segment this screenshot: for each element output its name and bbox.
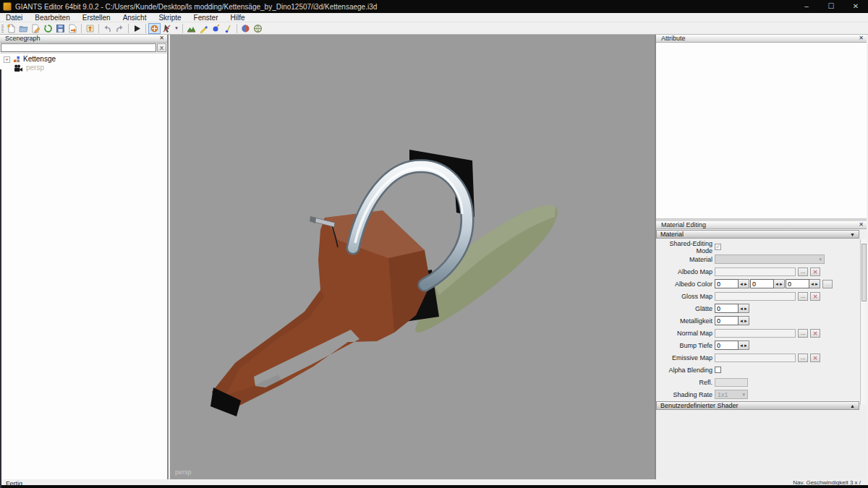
albedo-color-r-input[interactable] [715, 279, 739, 288]
spinner-icon[interactable]: ◄► [739, 304, 749, 313]
menu-bearbeiten[interactable]: Bearbeiten [35, 13, 69, 22]
play-button[interactable] [131, 23, 143, 34]
viewport-3d[interactable]: persp [170, 35, 655, 479]
material-scrollbar[interactable] [860, 239, 867, 405]
close-button[interactable]: ✕ [843, 0, 868, 13]
maximize-button[interactable]: ☐ [819, 0, 843, 13]
normal-map-remove-button[interactable]: ✕ [810, 329, 820, 338]
spinner-icon[interactable]: ◄► [739, 316, 749, 325]
spinner-icon[interactable]: ◄► [739, 279, 749, 288]
menu-skripte[interactable]: Skripte [158, 13, 181, 22]
emissive-map-remove-button[interactable]: ✕ [810, 354, 820, 362]
redo-button[interactable] [114, 23, 126, 34]
redo-icon [115, 24, 124, 33]
tree-row-persp[interactable]: persp [0, 64, 167, 72]
spinner-icon[interactable]: ◄► [739, 341, 749, 350]
chainsaw-model [170, 35, 655, 479]
emissive-map-input[interactable] [715, 354, 796, 362]
gloss-map-remove-button[interactable]: ✕ [810, 292, 820, 301]
new-file-icon [7, 24, 16, 33]
shading-rate-select[interactable]: 1x1 ▾ [715, 390, 748, 399]
metalligkeit-input[interactable] [715, 316, 739, 325]
selection-tool-dropdown[interactable]: ▾ [173, 23, 180, 34]
shared-editing-checkbox[interactable]: ✓ [715, 244, 721, 250]
terrain-paint-button[interactable] [197, 23, 210, 34]
attribute-body [656, 43, 867, 219]
albedo-map-remove-button[interactable]: ✕ [810, 267, 820, 276]
undo-button[interactable] [101, 23, 114, 34]
render-settings-button[interactable] [239, 23, 252, 34]
publish-button[interactable] [84, 23, 96, 34]
selection-tool-button[interactable] [161, 23, 173, 34]
tree-row-kettensaege[interactable]: + Kettensge [0, 55, 167, 64]
albedo-color-row: Albedo Color ◄► ◄► ◄► ... [656, 278, 867, 290]
minimize-button[interactable]: – [794, 0, 819, 13]
terrain-detail-button[interactable] [222, 23, 234, 34]
albedo-map-browse-button[interactable]: ... [798, 267, 808, 276]
glaette-input[interactable] [715, 304, 739, 313]
material-editing-close-icon[interactable]: ✕ [859, 221, 864, 228]
albedo-color-b-input[interactable] [786, 279, 809, 288]
emissive-map-browse-button[interactable]: ... [798, 354, 808, 362]
scenegraph-clear-button[interactable]: X [157, 43, 166, 52]
attribute-header: Attribute ✕ [656, 35, 867, 43]
export-file-icon [68, 24, 77, 33]
gloss-map-browse-button[interactable]: ... [798, 292, 808, 301]
normal-map-browse-button[interactable]: ... [798, 329, 808, 338]
menu-ansicht[interactable]: Ansicht [123, 13, 147, 22]
main-area: Scenegraph ✕ X + Kettensge persp [0, 35, 868, 479]
custom-shader-title: Benutzerdefinierter Shader [660, 402, 850, 410]
render-sphere-icon [241, 24, 250, 33]
export-button[interactable] [67, 23, 79, 34]
scenegraph-tree: + Kettensge persp [0, 53, 167, 72]
tree-label[interactable]: Kettensge [23, 55, 56, 64]
menu-datei[interactable]: Datei [6, 13, 22, 22]
terrain-sculpt-button[interactable] [185, 23, 197, 34]
material-editing-header: Material Editing ✕ [656, 221, 867, 229]
toolbar-grip[interactable] [1, 24, 4, 33]
scenegraph-header: Scenegraph ✕ [0, 35, 167, 43]
terrain-foliage-button[interactable] [210, 23, 222, 34]
toolbar-separator [145, 24, 146, 33]
menu-fenster[interactable]: Fenster [194, 13, 218, 22]
normal-map-row: Normal Map ... ✕ [656, 327, 867, 339]
shading-rate-row: Shading Rate 1x1 ▾ [656, 388, 867, 401]
menu-hilfe[interactable]: Hilfe [230, 13, 244, 22]
refl-row: Refl. [656, 376, 867, 388]
menu-erstellen[interactable]: Erstellen [82, 13, 111, 22]
material-select[interactable]: ▾ [715, 254, 825, 264]
material-editing-title: Material Editing [661, 221, 859, 229]
undo-icon [103, 24, 112, 33]
refl-field[interactable] [715, 378, 748, 387]
attribute-title: Attribute [661, 35, 859, 43]
spinner-icon[interactable]: ◄► [774, 279, 785, 288]
normal-map-input[interactable] [715, 329, 796, 338]
open-file-button[interactable] [17, 23, 30, 34]
reload-button[interactable] [42, 23, 54, 34]
terrain-foliage-icon [211, 24, 221, 33]
scenegraph-filter-input[interactable] [1, 43, 156, 52]
scrollbar-thumb[interactable] [861, 244, 867, 301]
albedo-color-picker-button[interactable]: ... [822, 280, 833, 288]
edit-source-button[interactable] [30, 23, 42, 34]
terrain-paint-icon [199, 24, 208, 33]
new-file-button[interactable] [5, 23, 17, 34]
albedo-color-g-input[interactable] [750, 279, 774, 288]
editor-settings-button[interactable] [252, 23, 264, 34]
scenegraph-close-icon[interactable]: ✕ [159, 35, 164, 42]
gloss-map-input[interactable] [715, 292, 796, 301]
save-button[interactable] [54, 23, 67, 34]
alpha-blending-checkbox[interactable] [715, 367, 721, 373]
attribute-close-icon[interactable]: ✕ [859, 35, 864, 42]
bump-tiefe-input[interactable] [715, 341, 739, 350]
spinner-icon[interactable]: ◄► [809, 279, 820, 288]
material-section-bar[interactable]: Material ▼ [656, 230, 859, 239]
publish-icon [85, 24, 95, 33]
albedo-map-input[interactable] [715, 267, 796, 276]
alpha-blending-row: Alpha Blending [656, 364, 867, 376]
expander-icon[interactable]: + [4, 56, 10, 63]
combo-caret-icon: ▾ [742, 392, 745, 398]
navigation-mode-button[interactable] [148, 23, 161, 34]
tree-label[interactable]: persp [26, 64, 44, 72]
custom-shader-section-bar[interactable]: Benutzerdefinierter Shader ▲ [656, 401, 859, 410]
